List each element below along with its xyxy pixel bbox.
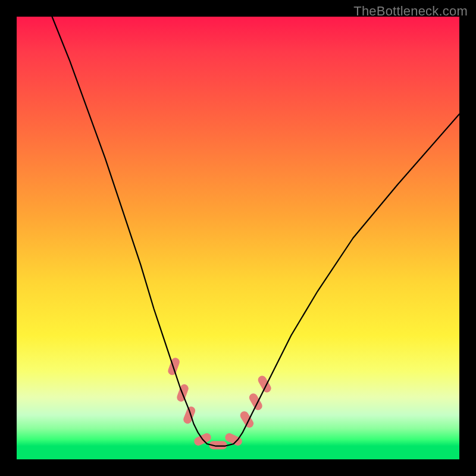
plot-svg [17,17,459,459]
curve-marker [167,356,180,376]
chart-frame: TheBottleneck.com [0,0,476,476]
plot-area [17,17,459,459]
curve-marker [182,405,196,425]
bottleneck-curve [52,17,460,446]
